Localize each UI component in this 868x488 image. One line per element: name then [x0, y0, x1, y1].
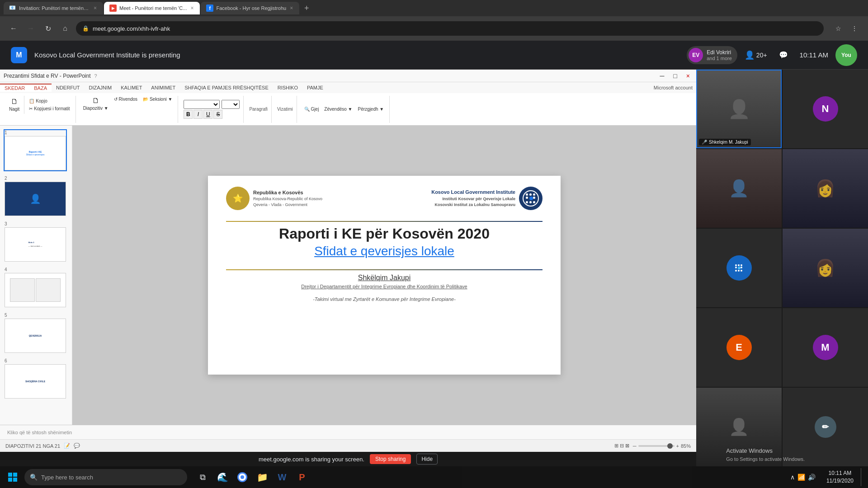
klgi-logo: Kosovo Local Government Institute Instit… — [431, 187, 542, 210]
ribbon-tab-dizajnim[interactable]: DIZAJNIM — [85, 84, 117, 91]
view-icons: ⊞ ⊟ ⊠ — [614, 443, 629, 449]
slide-thumb-5[interactable]: 5 QEVERISJA — [4, 312, 67, 354]
task-view-icon[interactable]: ⧉ — [193, 468, 212, 486]
edge-icon[interactable]: 🌊 — [213, 468, 231, 486]
ribbon-tab-skedar[interactable]: SKEDAR — [0, 84, 29, 92]
refresh-button[interactable]: ↻ — [42, 22, 54, 35]
zoom-in-btn[interactable]: + — [676, 443, 679, 449]
meet-header-right: EV Edi Vokriri and 1 more 👤 20+ 💬 10:11 … — [687, 44, 857, 66]
font-selector[interactable] — [184, 100, 220, 109]
volume-icon[interactable]: 🔊 — [808, 474, 816, 481]
notes-icon[interactable]: 📝 — [64, 443, 70, 449]
slide-number-5: 5 — [5, 313, 66, 318]
italic-btn[interactable]: I — [193, 110, 203, 119]
ppt-close-btn[interactable]: × — [684, 72, 693, 80]
rivendos-btn[interactable]: ↺ Rivendos — [112, 96, 139, 112]
up-arrow-tray[interactable]: ∧ — [790, 474, 795, 481]
taskbar: 🔍 Type here to search ⧉ 🌊 📁 W P ∧ 📶 🔊 — [0, 466, 868, 488]
participant-count[interactable]: 👤 20+ — [745, 50, 767, 60]
search-placeholder-text: Type here to search — [41, 474, 93, 481]
tab-meet[interactable]: ▶ Meet - Punëtori me temën 'C... × — [104, 2, 200, 14]
strikethrough-btn[interactable]: S — [213, 110, 222, 119]
tab-close-facebook[interactable]: × — [289, 5, 294, 11]
zoom-slider[interactable] — [638, 445, 675, 447]
diapozitiv-btn[interactable]: 🗋 Diapozitiv ▼ — [81, 96, 110, 112]
time-display: 10:11 AM — [800, 51, 828, 59]
seksioni-btn[interactable]: 📂 Seksioni ▼ — [141, 96, 174, 112]
address-bar[interactable]: 🔒 meet.google.com/xhh-ivfr-ahk — [76, 21, 824, 36]
slide-thumb-1[interactable]: 1 Raporti i KE Sfidat e qeverisjes — [4, 129, 67, 171]
chat-icon[interactable]: 💬 — [774, 46, 793, 64]
home-button[interactable]: ⌂ — [59, 22, 71, 35]
microsoft-account-label: Microsoft account — [654, 85, 693, 90]
new-slide-btn[interactable]: 🗋 Nagit — [7, 97, 21, 113]
cut-btn[interactable]: ✂ Kopjuesi i formatit — [27, 105, 71, 112]
ribbon-group-paragraph: Paragrafi — [245, 96, 272, 123]
ribbon-tab-baza[interactable]: BAZA — [29, 84, 52, 92]
participant-avatar: EV — [689, 48, 703, 62]
slide-thumb-4[interactable]: 4 — [4, 266, 67, 308]
back-button[interactable]: ← — [7, 22, 20, 35]
slide-thumb-3[interactable]: 3 Slide 3 — text content — — [4, 221, 67, 263]
participant-video-2: 👤 — [696, 149, 782, 228]
slide-thumb-6[interactable]: 6 SHOQËRIA CIVILE — [4, 357, 67, 399]
bookmarks-icon[interactable]: ☆ — [832, 22, 844, 35]
ribbon-tab-animimet[interactable]: ANIMIMET — [146, 84, 180, 91]
slide-thumb-2[interactable]: 2 👤 — [4, 175, 67, 217]
slide-role: Drejtor i Departamentit për Integrime Ev… — [301, 284, 467, 289]
tab-facebook[interactable]: f Facebook - Hyr ose Regjistrohu × — [201, 2, 299, 14]
tab-favicon-invitation: 📧 — [9, 5, 16, 12]
kosovo-emblem: ⭐ — [226, 187, 250, 210]
powerpoint-icon[interactable]: P — [293, 468, 311, 486]
ribbon-tab-nderfut[interactable]: NDERFUT — [52, 84, 85, 91]
tab-bar: 📧 Invitation: Punëtori me temën 'C... × … — [0, 0, 868, 16]
lock-icon: 🔒 — [82, 25, 89, 32]
system-tray: ∧ 📶 🔊 — [787, 474, 819, 481]
comment-icon[interactable]: 💬 — [74, 443, 80, 449]
word-icon[interactable]: W — [273, 468, 291, 486]
underline-btn[interactable]: U — [203, 110, 212, 119]
tab-favicon-facebook: f — [206, 5, 213, 12]
ppt-minimize-btn[interactable]: ─ — [657, 72, 667, 80]
zevendesо-btn[interactable]: Zëvendëso ▼ — [322, 106, 354, 113]
slide-divider-top — [226, 221, 542, 222]
stop-sharing-button[interactable]: Stop sharing — [370, 454, 411, 464]
tab-close-meet[interactable]: × — [189, 5, 194, 11]
klgi-text-block: Kosovo Local Government Institute Instit… — [431, 188, 515, 208]
paste-btn[interactable]: 📋 Kopjo — [27, 98, 71, 104]
notes-area[interactable]: Kliko që të shtosh shënimetin — [0, 425, 696, 439]
windows-icon — [8, 473, 17, 482]
activate-windows-watermark[interactable]: Activate Windows Go to Settings to activ… — [726, 446, 805, 463]
slide-preview-2: 👤 — [5, 182, 66, 216]
browser-menu-icon[interactable]: ⋮ — [848, 22, 861, 35]
slide-main-view[interactable]: ⭐ Republika e Kosovës Republika Kosova-R… — [72, 126, 696, 425]
klgi-circle — [519, 187, 542, 210]
taskbar-icons: ⧉ 🌊 📁 W P — [193, 468, 311, 486]
taskbar-search[interactable]: 🔍 Type here to search — [24, 469, 187, 485]
tab-close-invitation[interactable]: × — [93, 5, 98, 11]
file-explorer-icon[interactable]: 📁 — [253, 468, 271, 486]
participant-info[interactable]: EV Edi Vokriri and 1 more — [687, 46, 737, 64]
font-size-selector[interactable] — [222, 100, 240, 109]
main-content: Prezantimi Sfidat e RV - PowerPoint ? ─ … — [0, 70, 868, 466]
gjej-btn[interactable]: 🔍 Gjej — [302, 106, 321, 113]
start-button[interactable] — [4, 468, 22, 486]
network-icon[interactable]: 📶 — [797, 474, 805, 481]
bold-btn[interactable]: B — [184, 110, 193, 119]
ribbon-tab-pamje[interactable]: PAMJE — [302, 84, 328, 91]
zoom-out-btn[interactable]: ─ — [633, 443, 637, 449]
ribbon-tab-shfaqia[interactable]: SHFAQIA E PAMJES RRËSHQITËSE — [180, 84, 273, 91]
taskbar-clock[interactable]: 10:11 AM 11/19/2020 — [823, 469, 857, 485]
show-desktop-btn[interactable] — [861, 468, 864, 486]
tab-label-facebook: Facebook - Hyr ose Regjistrohu — [216, 5, 286, 11]
tab-invitation[interactable]: 📧 Invitation: Punëtori me temën 'C... × — [4, 2, 103, 14]
chrome-icon[interactable] — [233, 468, 251, 486]
ribbon-tab-kalimet[interactable]: KALIMET — [116, 84, 146, 91]
hide-button[interactable]: Hide — [416, 454, 438, 465]
slide-main-title: Raporti i KE për Kosovën 2020 — [279, 225, 490, 242]
ppt-maximize-btn[interactable]: □ — [670, 72, 679, 80]
new-tab-button[interactable]: + — [300, 2, 313, 14]
perzgjedh-btn[interactable]: Përzgjedh ▼ — [356, 106, 386, 113]
forward-button[interactable]: → — [24, 22, 37, 35]
ribbon-tab-rishiko[interactable]: RISHIKO — [273, 84, 302, 91]
